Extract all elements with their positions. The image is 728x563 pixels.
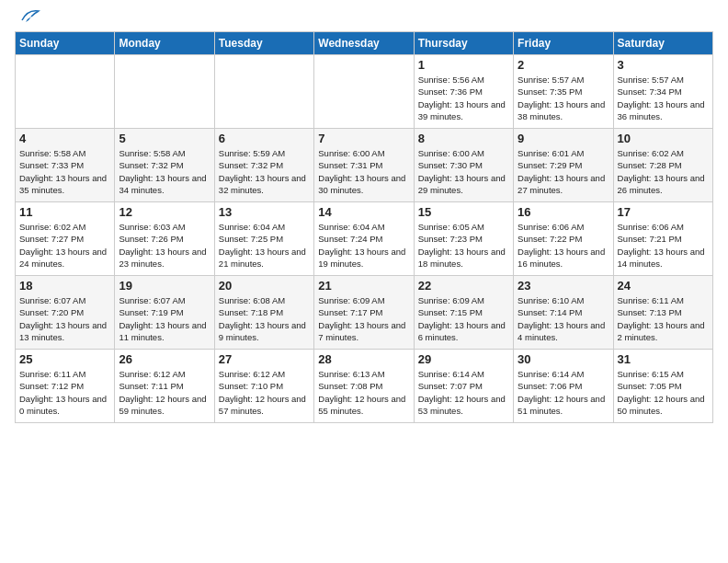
cell-info: Sunrise: 5:59 AMSunset: 7:32 PMDaylight:… [219,148,306,195]
cell-info: Sunrise: 6:03 AMSunset: 7:26 PMDaylight:… [119,222,206,269]
day-number: 1 [418,58,509,72]
calendar-week-1: 1Sunrise: 5:56 AMSunset: 7:36 PMDaylight… [16,55,713,129]
day-number: 20 [219,279,310,293]
calendar-cell [314,55,414,129]
calendar-header-row: SundayMondayTuesdayWednesdayThursdayFrid… [16,32,713,55]
day-number: 19 [119,279,210,293]
day-number: 18 [19,279,110,293]
cell-info: Sunrise: 6:07 AMSunset: 7:20 PMDaylight:… [19,295,107,342]
header-thursday: Thursday [414,32,513,55]
day-number: 21 [318,279,409,293]
calendar-week-2: 4Sunrise: 5:58 AMSunset: 7:33 PMDaylight… [16,129,713,202]
calendar-cell: 17Sunrise: 6:06 AMSunset: 7:21 PMDayligh… [613,202,712,276]
cell-info: Sunrise: 6:12 AMSunset: 7:11 PMDaylight:… [119,369,206,416]
cell-info: Sunrise: 6:05 AMSunset: 7:23 PMDaylight:… [418,222,506,269]
day-number: 27 [219,352,310,366]
day-number: 31 [618,352,709,366]
day-number: 4 [19,132,110,145]
header-friday: Friday [514,32,613,55]
day-number: 5 [119,132,210,145]
day-number: 16 [518,205,609,219]
day-number: 17 [618,205,709,219]
day-number: 9 [518,132,609,145]
header-sunday: Sunday [16,32,115,55]
day-number: 12 [119,205,210,219]
calendar-cell: 30Sunrise: 6:14 AMSunset: 7:06 PMDayligh… [514,350,613,423]
cell-info: Sunrise: 6:02 AMSunset: 7:27 PMDaylight:… [19,222,107,269]
day-number: 26 [119,352,210,366]
logo-bird-icon [20,7,40,24]
calendar-cell: 29Sunrise: 6:14 AMSunset: 7:07 PMDayligh… [414,350,513,423]
calendar-cell: 26Sunrise: 6:12 AMSunset: 7:11 PMDayligh… [115,350,214,423]
day-number: 29 [418,352,509,366]
day-number: 10 [618,132,709,145]
day-number: 11 [19,205,110,219]
day-number: 25 [19,352,110,366]
cell-info: Sunrise: 5:56 AMSunset: 7:36 PMDaylight:… [418,75,506,121]
header-monday: Monday [115,32,214,55]
day-number: 14 [318,205,409,219]
cell-info: Sunrise: 6:09 AMSunset: 7:15 PMDaylight:… [418,295,506,342]
day-number: 6 [219,132,310,145]
calendar-cell: 2Sunrise: 5:57 AMSunset: 7:35 PMDaylight… [514,55,613,129]
calendar-cell: 27Sunrise: 6:12 AMSunset: 7:10 PMDayligh… [214,350,313,423]
calendar-cell: 6Sunrise: 5:59 AMSunset: 7:32 PMDaylight… [214,129,313,202]
cell-info: Sunrise: 6:13 AMSunset: 7:08 PMDaylight:… [318,369,405,416]
day-number: 28 [318,352,409,366]
cell-info: Sunrise: 6:01 AMSunset: 7:29 PMDaylight:… [518,148,605,195]
calendar-cell: 22Sunrise: 6:09 AMSunset: 7:15 PMDayligh… [414,276,513,350]
cell-info: Sunrise: 6:04 AMSunset: 7:25 PMDaylight:… [219,222,306,269]
calendar-cell: 16Sunrise: 6:06 AMSunset: 7:22 PMDayligh… [514,202,613,276]
calendar-cell: 10Sunrise: 6:02 AMSunset: 7:28 PMDayligh… [613,129,712,202]
header-tuesday: Tuesday [214,32,313,55]
day-number: 24 [618,279,709,293]
cell-info: Sunrise: 6:11 AMSunset: 7:12 PMDaylight:… [19,369,107,416]
header-saturday: Saturday [613,32,712,55]
cell-info: Sunrise: 5:58 AMSunset: 7:32 PMDaylight:… [119,148,206,195]
cell-info: Sunrise: 6:02 AMSunset: 7:28 PMDaylight:… [618,148,705,195]
cell-info: Sunrise: 5:58 AMSunset: 7:33 PMDaylight:… [19,148,107,195]
cell-info: Sunrise: 6:11 AMSunset: 7:13 PMDaylight:… [618,295,705,342]
cell-info: Sunrise: 6:15 AMSunset: 7:05 PMDaylight:… [618,369,705,416]
day-number: 8 [418,132,509,145]
logo [15,15,40,24]
cell-info: Sunrise: 6:04 AMSunset: 7:24 PMDaylight:… [318,222,405,269]
calendar-cell: 31Sunrise: 6:15 AMSunset: 7:05 PMDayligh… [613,350,712,423]
cell-info: Sunrise: 6:12 AMSunset: 7:10 PMDaylight:… [219,369,306,416]
calendar-cell [16,55,115,129]
calendar-cell: 12Sunrise: 6:03 AMSunset: 7:26 PMDayligh… [115,202,214,276]
calendar-cell: 24Sunrise: 6:11 AMSunset: 7:13 PMDayligh… [613,276,712,350]
cell-info: Sunrise: 6:09 AMSunset: 7:17 PMDaylight:… [318,295,405,342]
calendar-cell: 20Sunrise: 6:08 AMSunset: 7:18 PMDayligh… [214,276,313,350]
calendar-cell: 23Sunrise: 6:10 AMSunset: 7:14 PMDayligh… [514,276,613,350]
cell-info: Sunrise: 6:06 AMSunset: 7:22 PMDaylight:… [518,222,605,269]
calendar-cell: 19Sunrise: 6:07 AMSunset: 7:19 PMDayligh… [115,276,214,350]
calendar-week-4: 18Sunrise: 6:07 AMSunset: 7:20 PMDayligh… [16,276,713,350]
calendar-cell: 14Sunrise: 6:04 AMSunset: 7:24 PMDayligh… [314,202,414,276]
calendar-cell: 7Sunrise: 6:00 AMSunset: 7:31 PMDaylight… [314,129,414,202]
calendar-cell: 18Sunrise: 6:07 AMSunset: 7:20 PMDayligh… [16,276,115,350]
calendar-cell: 15Sunrise: 6:05 AMSunset: 7:23 PMDayligh… [414,202,513,276]
calendar-cell: 4Sunrise: 5:58 AMSunset: 7:33 PMDaylight… [16,129,115,202]
day-number: 22 [418,279,509,293]
page-header [15,15,713,24]
cell-info: Sunrise: 6:00 AMSunset: 7:30 PMDaylight:… [418,148,506,195]
day-number: 7 [318,132,409,145]
cell-info: Sunrise: 5:57 AMSunset: 7:34 PMDaylight:… [618,75,705,121]
calendar-cell: 13Sunrise: 6:04 AMSunset: 7:25 PMDayligh… [214,202,313,276]
calendar-cell: 1Sunrise: 5:56 AMSunset: 7:36 PMDaylight… [414,55,513,129]
day-number: 13 [219,205,310,219]
cell-info: Sunrise: 6:10 AMSunset: 7:14 PMDaylight:… [518,295,605,342]
day-number: 2 [518,58,609,72]
calendar-cell: 28Sunrise: 6:13 AMSunset: 7:08 PMDayligh… [314,350,414,423]
cell-info: Sunrise: 6:14 AMSunset: 7:07 PMDaylight:… [418,369,506,416]
calendar-cell [214,55,313,129]
calendar-cell: 9Sunrise: 6:01 AMSunset: 7:29 PMDaylight… [514,129,613,202]
calendar-cell: 11Sunrise: 6:02 AMSunset: 7:27 PMDayligh… [16,202,115,276]
calendar-week-3: 11Sunrise: 6:02 AMSunset: 7:27 PMDayligh… [16,202,713,276]
day-number: 15 [418,205,509,219]
header-wednesday: Wednesday [314,32,414,55]
day-number: 3 [618,58,709,72]
calendar-cell: 5Sunrise: 5:58 AMSunset: 7:32 PMDaylight… [115,129,214,202]
calendar-cell: 21Sunrise: 6:09 AMSunset: 7:17 PMDayligh… [314,276,414,350]
